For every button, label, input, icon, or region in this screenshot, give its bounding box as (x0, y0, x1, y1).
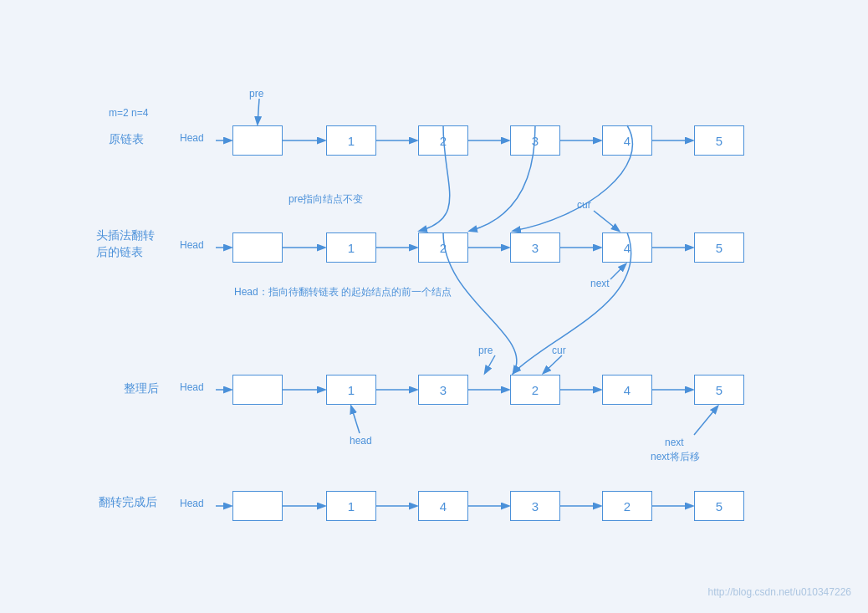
row2-node2: 2 (418, 232, 468, 263)
row4-node1: 1 (326, 491, 376, 521)
svg-line-13 (594, 211, 619, 231)
row4-label: 翻转完成后 (99, 495, 157, 510)
svg-line-14 (610, 264, 625, 279)
row1-label: 原链表 (109, 132, 144, 147)
row2-node0 (232, 232, 283, 263)
params-label: m=2 n=4 (109, 107, 148, 119)
row4-node4: 2 (602, 491, 652, 521)
row1-node2: 2 (418, 125, 468, 156)
row4-node5: 5 (694, 491, 744, 521)
svg-line-21 (485, 355, 495, 373)
row1-node4: 4 (602, 125, 652, 156)
row1-node3: 3 (510, 125, 560, 156)
row3-node3: 2 (510, 375, 560, 405)
next-row2-annotation: next (590, 278, 610, 289)
diagram-arrows (0, 0, 868, 613)
row2-head-label: Head (180, 239, 204, 251)
pre-row3-annotation: pre (478, 345, 493, 356)
row3-node1: 1 (326, 375, 376, 405)
next-move-annotation: next将后移 (651, 450, 700, 464)
svg-line-6 (258, 99, 259, 124)
watermark: http://blog.csdn.net/u010347226 (708, 586, 851, 598)
cur-row2-annotation: cur (577, 199, 591, 211)
head-row3-annotation: head (350, 435, 372, 447)
row3-node4: 4 (602, 375, 652, 405)
row2-node1: 1 (326, 232, 376, 263)
next-row3-annotation: next (665, 437, 684, 448)
head-annotation: Head：指向待翻转链表 的起始结点的前一个结点 (234, 284, 452, 299)
row3-head-label: Head (180, 381, 204, 393)
row3-node5: 5 (694, 375, 744, 405)
row3-node0 (232, 375, 283, 405)
row1-node1: 1 (326, 125, 376, 156)
row3-label: 整理后 (124, 381, 159, 396)
svg-line-23 (351, 406, 360, 433)
pre-top-annotation: pre (249, 88, 263, 100)
row4-head-label: Head (180, 498, 204, 509)
row4-node0 (232, 491, 283, 521)
row1-node0 (232, 125, 283, 156)
row1-head-label: Head (180, 132, 204, 144)
row4-node2: 4 (418, 491, 468, 521)
row1-node5: 5 (694, 125, 744, 156)
cur-row3-annotation: cur (552, 345, 566, 356)
row2-label: 头插法翻转后的链表 (96, 227, 155, 260)
svg-line-22 (544, 355, 562, 373)
row4-node3: 3 (510, 491, 560, 521)
row2-node3: 3 (510, 232, 560, 263)
row2-node5: 5 (694, 232, 744, 263)
row2-node4: 4 (602, 232, 652, 263)
pre-middle-annotation: pre指向结点不变 (288, 192, 363, 207)
svg-line-24 (694, 406, 717, 435)
row3-node2: 3 (418, 375, 468, 405)
